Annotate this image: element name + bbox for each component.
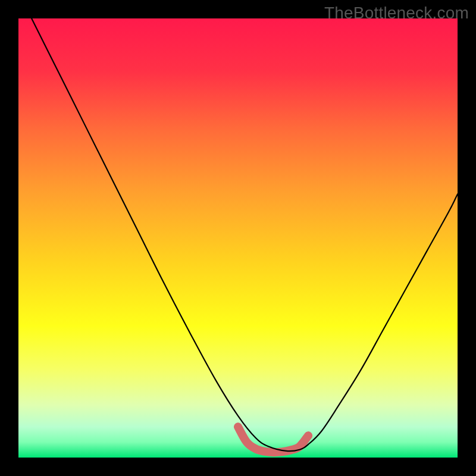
plot-area xyxy=(18,18,458,458)
bottleneck-curve-path xyxy=(32,18,458,451)
chart-frame: TheBottleneck.com xyxy=(0,0,476,476)
curve-layer xyxy=(18,18,458,458)
